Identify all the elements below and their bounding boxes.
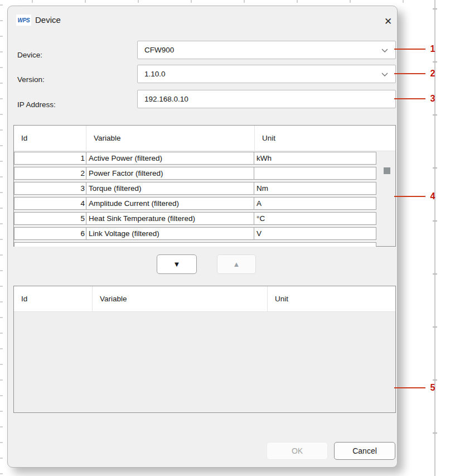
cell-id: 2 bbox=[14, 167, 86, 179]
annotation-number-5: 5 bbox=[425, 382, 441, 393]
ruler-tick bbox=[433, 379, 437, 381]
annotation-number-2: 2 bbox=[425, 68, 441, 79]
move-up-button[interactable]: ▲ bbox=[217, 254, 256, 274]
table-row[interactable]: 5 Heat Sink Temperature (filtered) °C bbox=[14, 212, 376, 225]
column-header-id: Id bbox=[14, 286, 93, 311]
annotation-number-4: 4 bbox=[425, 191, 441, 202]
annotation-line-5 bbox=[394, 387, 425, 388]
ruler-tick bbox=[0, 176, 3, 177]
annotation-number-1: 1 bbox=[425, 44, 441, 55]
cell-variable: Amplitude Current (filtered) bbox=[86, 198, 254, 209]
ruler-tick bbox=[244, 0, 245, 3]
ruler-tick bbox=[0, 364, 3, 365]
chevron-down-icon bbox=[381, 73, 388, 77]
cell-variable: Heat Sink Temperature (filtered) bbox=[86, 213, 254, 224]
ruler-tick bbox=[85, 0, 86, 3]
ip-address-input[interactable] bbox=[137, 90, 396, 108]
ruler-tick bbox=[403, 0, 404, 3]
ruler-tick bbox=[0, 239, 3, 240]
move-down-button[interactable]: ▼ bbox=[157, 254, 197, 274]
selected-table-header: Id Variable Unit bbox=[14, 286, 395, 312]
cell-unit: kWh bbox=[254, 152, 376, 164]
ruler-tick bbox=[0, 395, 3, 396]
annotation-line-1 bbox=[394, 49, 425, 50]
ruler-tick bbox=[297, 0, 298, 3]
ruler-tick bbox=[433, 61, 437, 62]
ruler-tick bbox=[0, 301, 3, 302]
ruler-tick bbox=[0, 348, 3, 349]
chevron-down-icon bbox=[381, 49, 388, 53]
wps-logo-icon: WPS bbox=[16, 15, 31, 26]
table-row[interactable]: 2 Power Factor (filtered) bbox=[14, 167, 376, 180]
ruler-tick bbox=[433, 432, 437, 434]
table-row[interactable]: 1 Active Power (filtered) kWh bbox=[14, 152, 376, 165]
close-button[interactable]: ✕ bbox=[379, 12, 397, 30]
device-dropdown-value: CFW900 bbox=[144, 46, 174, 54]
device-dropdown[interactable]: CFW900 bbox=[137, 41, 396, 59]
ruler-tick bbox=[0, 411, 3, 412]
cell-variable: Link Voltage (filtered) bbox=[86, 228, 254, 239]
ip-address-label: IP Address: bbox=[17, 100, 56, 109]
device-dialog: WPS Device ✕ Device: CFW900 Version: 1.1… bbox=[7, 6, 398, 468]
ruler-tick bbox=[0, 36, 3, 37]
screen-background: WPS Device ✕ Device: CFW900 Version: 1.1… bbox=[0, 0, 455, 476]
annotation-line-3 bbox=[394, 98, 425, 99]
column-header-variable: Variable bbox=[93, 286, 268, 311]
ruler-tick bbox=[433, 326, 437, 328]
column-header-id: Id bbox=[14, 126, 86, 151]
ruler-tick bbox=[0, 145, 3, 146]
ruler-tick bbox=[0, 114, 3, 115]
cell-unit: A bbox=[254, 198, 376, 209]
ruler-tick bbox=[0, 4, 3, 6]
ruler-tick bbox=[433, 220, 437, 222]
cell-id: 6 bbox=[14, 228, 86, 239]
ruler-tick bbox=[0, 254, 3, 256]
ruler-tick bbox=[0, 208, 3, 209]
table-row-partial bbox=[14, 242, 376, 247]
annotation-number-3: 3 bbox=[425, 93, 441, 104]
ruler-tick bbox=[0, 98, 3, 99]
cell-variable: Power Factor (filtered) bbox=[86, 167, 254, 179]
arrow-up-icon: ▲ bbox=[233, 260, 240, 268]
cell-id: 4 bbox=[14, 198, 86, 209]
ruler-tick bbox=[32, 0, 33, 3]
ruler-tick bbox=[138, 0, 139, 3]
ruler-tick bbox=[0, 129, 3, 131]
scrollbar-thumb[interactable] bbox=[384, 167, 390, 174]
ruler-tick bbox=[0, 192, 3, 193]
cell-id: 5 bbox=[14, 213, 86, 224]
table-row[interactable]: 4 Amplitude Current (filtered) A bbox=[14, 197, 376, 210]
ruler-tick bbox=[0, 426, 3, 427]
column-header-unit: Unit bbox=[268, 286, 395, 311]
available-variables-table: Id Variable Unit 1 Active Power (filtere… bbox=[13, 125, 396, 247]
version-dropdown-value: 1.10.0 bbox=[144, 70, 166, 78]
version-dropdown[interactable]: 1.10.0 bbox=[137, 65, 396, 83]
ruler-tick bbox=[0, 20, 3, 21]
ruler-tick bbox=[0, 333, 3, 334]
arrow-down-icon: ▼ bbox=[173, 260, 181, 268]
available-table-body: 1 Active Power (filtered) kWh 2 Power Fa… bbox=[14, 152, 376, 247]
ruler-tick bbox=[0, 51, 3, 52]
cell-unit: V bbox=[254, 228, 376, 239]
available-table-header: Id Variable Unit bbox=[14, 126, 395, 151]
selected-variables-table: Id Variable Unit bbox=[13, 286, 396, 413]
ruler-tick bbox=[0, 458, 3, 459]
cell-unit bbox=[254, 167, 376, 179]
ruler-tick bbox=[0, 223, 3, 224]
close-icon: ✕ bbox=[384, 17, 392, 26]
annotation-line-4 bbox=[394, 196, 425, 197]
device-label: Device: bbox=[17, 51, 42, 60]
version-label: Version: bbox=[17, 75, 45, 84]
ruler-tick bbox=[0, 161, 3, 162]
ruler-tick bbox=[0, 317, 3, 318]
annotation-line-2 bbox=[394, 73, 425, 74]
cell-id: 3 bbox=[14, 182, 86, 194]
table-row[interactable]: 3 Torque (filtered) Nm bbox=[14, 182, 376, 195]
ruler-tick bbox=[433, 167, 437, 169]
cell-variable: Active Power (filtered) bbox=[86, 152, 254, 164]
table-row[interactable]: 6 Link Voltage (filtered) V bbox=[14, 227, 376, 240]
ruler-tick bbox=[0, 270, 3, 271]
ok-button[interactable]: OK bbox=[267, 442, 328, 460]
cancel-button[interactable]: Cancel bbox=[334, 442, 395, 460]
column-header-unit: Unit bbox=[255, 126, 395, 151]
